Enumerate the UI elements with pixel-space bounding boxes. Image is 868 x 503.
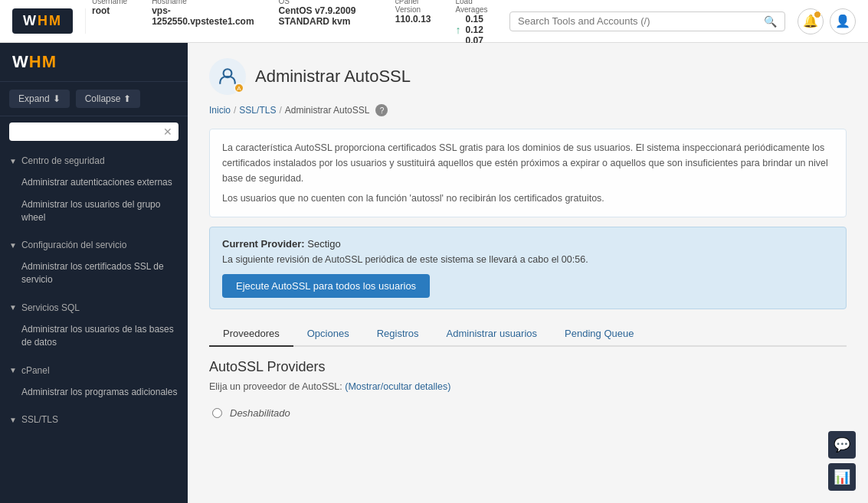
breadcrumb: Inicio / SSL/TLS / Administrar AutoSSL ? — [209, 104, 847, 116]
load-up-icon: ↑ — [455, 24, 460, 36]
sidebar-section-service-config: ▼ Configuración del servicio Administrar… — [0, 231, 188, 294]
sidebar-search-clear[interactable]: ✕ — [163, 126, 172, 138]
sidebar-logo[interactable]: WHM — [0, 43, 188, 82]
sidebar-section-cpanel-header[interactable]: ▼ cPanel — [0, 360, 188, 381]
sidebar-section-sql-header[interactable]: ▼ Servicios SQL — [0, 297, 188, 318]
sidebar-section-sql: ▼ Servicios SQL Administrar los usuarios… — [0, 294, 188, 357]
breadcrumb-home[interactable]: Inicio — [209, 105, 231, 116]
notification-badge — [814, 11, 821, 18]
username-value: root — [92, 5, 127, 16]
provider-radio-disabled[interactable] — [212, 408, 222, 418]
sidebar-section-sql-label: Servicios SQL — [21, 302, 80, 313]
sidebar-search-box[interactable]: Administrar AutoSSL ✕ — [9, 122, 179, 141]
chat-icon-button[interactable]: 💬 — [828, 431, 856, 459]
search-button[interactable]: 🔍 — [764, 15, 777, 28]
description-2: Los usuarios que no cuenten con la funci… — [222, 191, 834, 206]
providers-desc-prefix: Elija un proveedor de AutoSSL: — [209, 381, 342, 392]
page-title: Administrar AutoSSL — [255, 67, 411, 87]
search-box[interactable]: 🔍 — [509, 11, 785, 31]
hostname-group: Hostname vps-1252550.vpsteste1.com — [152, 0, 254, 46]
sidebar-item-ssl-certs[interactable]: Administrar los certificados SSL de serv… — [0, 256, 188, 291]
page-title-row: A Administrar AutoSSL — [209, 58, 847, 95]
breadcrumb-current: Administrar AutoSSL — [285, 105, 370, 116]
bottom-icons: 💬 📊 — [828, 431, 856, 491]
description-1: La característica AutoSSL proporciona ce… — [222, 140, 834, 186]
collapse-label: Collapse — [85, 93, 121, 104]
expand-icon: ⬇ — [53, 93, 61, 104]
help-icon[interactable]: ? — [375, 104, 388, 116]
collapse-button[interactable]: Collapse ⬆ — [76, 90, 141, 108]
sidebar-section-security-label: Centro de seguridad — [21, 155, 105, 166]
provider-box: Current Provider: Sectigo La siguiente r… — [209, 227, 847, 309]
expand-button[interactable]: Expand ⬇ — [9, 90, 70, 108]
providers-title: AutoSSL Providers — [209, 359, 847, 375]
chevron-down-icon-2: ▼ — [9, 241, 17, 250]
chevron-down-icon: ▼ — [9, 157, 17, 165]
sidebar-logo-text: WHM — [12, 52, 57, 72]
topbar-meta: Username root Hostname vps-1252550.vpste… — [86, 0, 497, 46]
os-value: CentOS v7.9.2009 STANDARD kvm — [279, 5, 371, 27]
main-layout: WHM Expand ⬇ Collapse ⬆ Administrar Auto… — [0, 43, 868, 503]
expand-label: Expand — [18, 93, 50, 104]
sidebar-item-db-users[interactable]: Administrar los usuarios de las bases de… — [0, 318, 188, 354]
breadcrumb-parent[interactable]: SSL/TLS — [239, 105, 276, 116]
sidebar-item-auth-ext[interactable]: Administrar autenticaciones externas — [0, 171, 188, 194]
topbar-icons: 🔔 👤 — [798, 8, 856, 34]
tab-pending-queue[interactable]: Pending Queue — [551, 322, 647, 347]
sidebar-buttons: Expand ⬇ Collapse ⬆ — [0, 82, 188, 116]
tabs-bar: Proveedores Opciones Registros Administr… — [209, 322, 847, 347]
content-area: A Administrar AutoSSL Inicio / SSL/TLS /… — [188, 43, 868, 503]
info-box: La característica AutoSSL proporciona ce… — [209, 129, 847, 217]
search-input[interactable] — [518, 15, 764, 27]
provider-value: Sectigo — [307, 238, 340, 250]
chevron-down-icon-5: ▼ — [9, 416, 17, 424]
username-group: Username root — [92, 0, 127, 46]
whm-logo[interactable]: WHM — [12, 8, 73, 34]
tab-opciones[interactable]: Opciones — [293, 322, 363, 347]
sidebar-section-service-config-header[interactable]: ▼ Configuración del servicio — [0, 234, 188, 256]
chart-icon-button[interactable]: 📊 — [828, 463, 856, 491]
next-run-text: La siguiente revisión de AutoSSL periódi… — [222, 254, 834, 265]
sidebar-section-ssltls: ▼ SSL/TLS — [0, 406, 188, 433]
sidebar-section-ssltls-label: SSL/TLS — [21, 414, 58, 425]
sidebar: WHM Expand ⬇ Collapse ⬆ Administrar Auto… — [0, 43, 188, 503]
load-group: Load Averages ↑ 0.15 0.12 0.07 — [455, 0, 497, 46]
provider-disabled-label: Deshabilitado — [230, 407, 290, 419]
page-icon-badge: A — [234, 83, 244, 93]
provider-row: Current Provider: Sectigo — [222, 238, 834, 250]
hostname-value: vps-1252550.vpsteste1.com — [152, 5, 254, 27]
sidebar-section-service-config-label: Configuración del servicio — [21, 240, 126, 250]
load-values: 0.15 0.12 0.07 — [465, 14, 497, 46]
run-autossl-button[interactable]: Ejecute AutoSSL para todos los usuarios — [222, 274, 430, 298]
notifications-button[interactable]: 🔔 — [798, 8, 824, 34]
sidebar-section-cpanel: ▼ cPanel Administrar los programas adici… — [0, 357, 188, 407]
providers-toggle-link[interactable]: (Mostrar/ocultar detalles) — [345, 381, 450, 392]
sidebar-item-plugins[interactable]: Administrar los programas adicionales — [0, 381, 188, 403]
breadcrumb-sep-1: / — [234, 105, 236, 116]
tab-registros[interactable]: Registros — [363, 322, 433, 347]
user-profile-button[interactable]: 👤 — [830, 8, 856, 34]
sidebar-search-input[interactable]: Administrar AutoSSL — [15, 126, 163, 137]
tab-admin-users[interactable]: Administrar usuarios — [433, 322, 552, 347]
chevron-down-icon-4: ▼ — [9, 366, 17, 374]
collapse-icon: ⬆ — [123, 93, 131, 104]
chevron-down-icon-3: ▼ — [9, 303, 17, 312]
load-label: Load Averages — [455, 0, 497, 14]
sidebar-section-security: ▼ Centro de seguridad Administrar autent… — [0, 147, 188, 231]
cpanel-group: cPanel Version 110.0.13 — [395, 0, 431, 46]
topbar: WHM Username root Hostname vps-1252550.v… — [0, 0, 868, 43]
cpanel-value: 110.0.13 — [395, 14, 431, 24]
sidebar-section-security-header[interactable]: ▼ Centro de seguridad — [0, 150, 188, 171]
sidebar-item-wheel-users[interactable]: Administrar los usuarios del grupo wheel — [0, 194, 188, 229]
tab-proveedores[interactable]: Proveedores — [209, 322, 293, 347]
sidebar-section-cpanel-label: cPanel — [21, 365, 50, 376]
cpanel-label: cPanel Version — [395, 0, 431, 14]
providers-desc: Elija un proveedor de AutoSSL: (Mostrar/… — [209, 381, 847, 392]
sidebar-section-ssltls-header[interactable]: ▼ SSL/TLS — [0, 409, 188, 430]
provider-option-disabled: Deshabilitado — [209, 401, 847, 425]
os-group: OS CentOS v7.9.2009 STANDARD kvm — [279, 0, 371, 46]
provider-label: Current Provider: — [222, 238, 305, 250]
breadcrumb-sep-2: / — [279, 105, 281, 116]
page-icon: A — [209, 58, 246, 95]
